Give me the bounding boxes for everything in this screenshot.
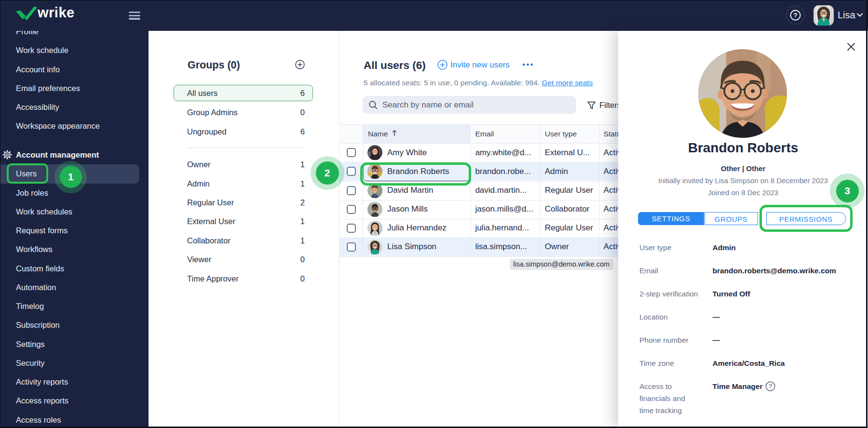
svg-text:?: ? [769, 383, 772, 390]
svg-text:?: ? [794, 12, 798, 19]
